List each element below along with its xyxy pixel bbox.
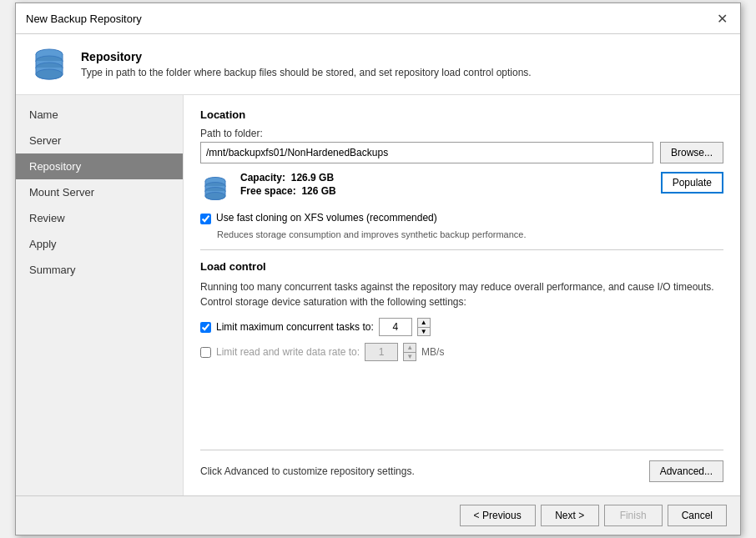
capacity-line: Capacity: 126.9 GB	[240, 172, 651, 184]
footer: < Previous Next > Finish Cancel	[16, 495, 740, 535]
max-tasks-checkbox[interactable]	[200, 322, 211, 333]
advanced-button[interactable]: Advanced...	[649, 460, 723, 482]
xfs-checkbox-row: Use fast cloning on XFS volumes (recomme…	[200, 212, 723, 224]
header-description: Type in path to the folder where backup …	[81, 67, 532, 78]
free-space-line: Free space: 126 GB	[240, 185, 651, 197]
sidebar-item-server[interactable]: Server	[16, 128, 183, 153]
svg-point-3	[36, 69, 63, 79]
data-rate-increment[interactable]: ▲	[403, 343, 416, 352]
advanced-note: Click Advanced to customize repository s…	[200, 465, 415, 477]
mbps-unit: MB/s	[421, 346, 444, 358]
data-rate-spinner: ▲ ▼	[403, 343, 416, 361]
xfs-label: Use fast cloning on XFS volumes (recomme…	[216, 212, 437, 224]
sidebar-item-review[interactable]: Review	[16, 205, 183, 231]
data-rate-row: Limit read and write data rate to: ▲ ▼ M…	[200, 343, 723, 361]
capacity-label: Capacity:	[240, 172, 285, 184]
capacity-value: 126.9 GB	[291, 172, 334, 184]
path-input[interactable]	[200, 142, 653, 163]
sidebar-item-apply[interactable]: Apply	[16, 231, 183, 257]
dialog-title: New Backup Repository	[26, 13, 142, 25]
divider	[200, 249, 723, 250]
header-title: Repository	[81, 50, 532, 63]
xfs-sublabel: Reduces storage consumption and improves…	[217, 229, 723, 239]
path-label: Path to folder:	[200, 128, 723, 139]
load-control-section-title: Load control	[200, 260, 723, 273]
max-tasks-decrement[interactable]: ▼	[417, 327, 431, 336]
svg-point-7	[205, 193, 225, 200]
populate-button[interactable]: Populate	[661, 172, 723, 194]
next-button[interactable]: Next >	[541, 505, 599, 526]
previous-button[interactable]: < Previous	[460, 505, 536, 526]
repository-icon	[29, 44, 69, 84]
sidebar-item-mount-server[interactable]: Mount Server	[16, 179, 183, 205]
header-area: Repository Type in path to the folder wh…	[16, 34, 740, 95]
new-backup-repository-dialog: New Backup Repository ✕ Repository Type …	[15, 3, 741, 535]
max-tasks-increment[interactable]: ▲	[417, 318, 431, 327]
sidebar: Name Server Repository Mount Server Revi…	[16, 95, 183, 495]
header-text: Repository Type in path to the folder wh…	[81, 50, 532, 78]
data-rate-decrement[interactable]: ▼	[403, 352, 416, 361]
path-to-folder-group: Path to folder: Browse...	[200, 128, 723, 163]
location-section-title: Location	[200, 108, 723, 121]
bottom-row: Click Advanced to customize repository s…	[200, 450, 723, 482]
cancel-button[interactable]: Cancel	[668, 505, 727, 526]
sidebar-item-repository[interactable]: Repository	[16, 153, 183, 179]
sidebar-item-name[interactable]: Name	[16, 102, 183, 128]
load-control-description: Running too many concurrent tasks agains…	[200, 279, 723, 309]
data-rate-checkbox[interactable]	[200, 347, 211, 358]
browse-button[interactable]: Browse...	[660, 142, 723, 163]
title-bar: New Backup Repository ✕	[16, 3, 740, 34]
xfs-checkbox[interactable]	[200, 214, 211, 224]
max-tasks-input[interactable]	[379, 318, 412, 336]
capacity-info: Capacity: 126.9 GB Free space: 126 GB	[240, 172, 651, 199]
max-tasks-label: Limit maximum concurrent tasks to:	[216, 321, 374, 333]
data-rate-label: Limit read and write data rate to:	[216, 346, 360, 358]
max-tasks-spinner: ▲ ▼	[417, 318, 431, 336]
capacity-row: Capacity: 126.9 GB Free space: 126 GB Po…	[200, 172, 723, 204]
data-rate-input[interactable]	[365, 343, 398, 361]
capacity-db-icon	[200, 173, 230, 204]
main-content: Location Path to folder: Browse...	[183, 95, 740, 495]
free-space-label: Free space:	[240, 185, 296, 197]
finish-button[interactable]: Finish	[604, 505, 663, 526]
free-space-value: 126 GB	[301, 185, 335, 197]
max-tasks-row: Limit maximum concurrent tasks to: ▲ ▼	[200, 318, 723, 336]
close-button[interactable]: ✕	[713, 10, 730, 27]
content-area: Name Server Repository Mount Server Revi…	[16, 95, 740, 495]
sidebar-item-summary[interactable]: Summary	[16, 257, 183, 283]
